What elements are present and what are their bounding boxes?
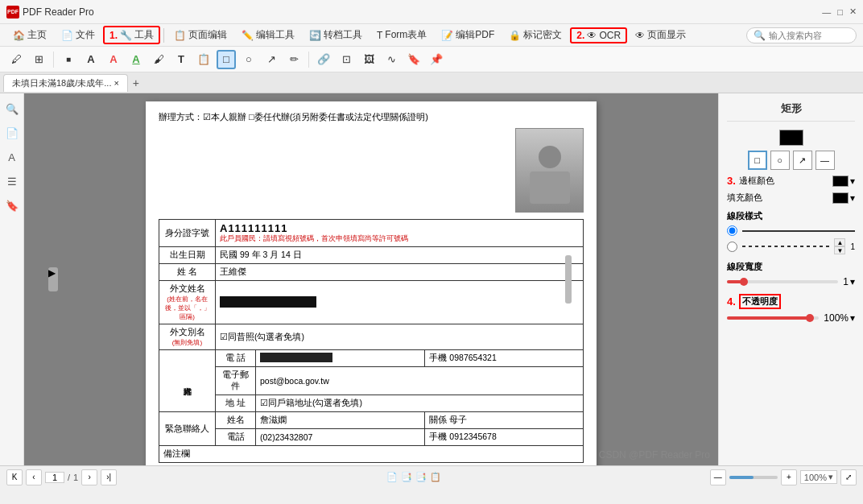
sidebar-bookmark-icon[interactable]: 🔖 [3, 196, 21, 214]
font-a1-button[interactable]: A [81, 50, 101, 69]
zoom-value-control[interactable]: 100% ▾ [800, 470, 837, 484]
zoom-out-button[interactable]: — [710, 469, 726, 485]
menu-edit-pdf[interactable]: 📝 编辑PDF [435, 26, 501, 44]
page-tool-4[interactable]: 📋 [430, 472, 441, 482]
opacity-slider-track[interactable] [727, 316, 819, 320]
tab-document[interactable]: 未填日未滿18歲/未成年... × [3, 74, 128, 92]
dash-up[interactable]: ▲ [834, 238, 845, 246]
pen-tool-button[interactable]: 🖊 [6, 50, 26, 69]
sidebar-search-icon[interactable]: 🔍 [3, 100, 21, 118]
brush-button[interactable]: 🖌 [149, 50, 168, 69]
fill-color-control[interactable]: ▾ [832, 192, 855, 204]
page-tool-1[interactable]: 📄 [386, 472, 398, 482]
pin-button[interactable]: 📌 [427, 50, 446, 69]
dob-label: 出生日期 [159, 247, 216, 264]
border-color-swatch[interactable] [832, 176, 849, 187]
color-swatch[interactable] [779, 130, 803, 146]
arrow-shape-button[interactable]: ↗ [793, 151, 812, 170]
app-logo: PDF [6, 6, 19, 19]
fill-color-swatch[interactable] [832, 192, 849, 204]
scroll-handle-right[interactable] [565, 255, 572, 304]
ephone-label: 電話 [216, 429, 256, 446]
step1-label: 1. [109, 30, 118, 41]
menu-page-edit[interactable]: 📋 页面编辑 [167, 26, 233, 44]
border-color-control[interactable]: ▾ [832, 176, 855, 187]
bookmark-button[interactable]: 🔖 [404, 50, 423, 69]
menu-edit-tools[interactable]: ✏️ 编辑工具 [235, 26, 301, 44]
dash-stepper[interactable]: ▲ ▼ [834, 238, 845, 254]
fill-color-dropdown[interactable]: ▾ [850, 192, 855, 204]
line-width-value: 1 [843, 276, 849, 287]
menu-ocr[interactable]: 2. 👁 OCR [570, 27, 627, 43]
line-width-dropdown[interactable]: ▾ [850, 276, 855, 287]
page-tool-2[interactable]: 📑 [401, 472, 412, 482]
opacity-dropdown[interactable]: ▾ [850, 312, 855, 324]
page-tool-3[interactable]: 📑 [415, 472, 427, 482]
zoom-dropdown[interactable]: ▾ [828, 472, 833, 482]
menu-convert[interactable]: 🔄 转档工具 [303, 26, 369, 44]
toolbar: 🖊 ⊞ ■ A A A 🖌 T 📋 □ ○ ↗ ✏ 🔗 ⊡ 🖼 ∿ 🔖 📌 [0, 47, 863, 72]
search-input[interactable] [769, 31, 849, 40]
page-input[interactable] [45, 472, 64, 483]
line-width-control[interactable]: 1 ▾ [843, 276, 855, 287]
link-button[interactable]: 🔗 [314, 50, 333, 69]
line-shape-button[interactable]: — [816, 151, 835, 170]
address-label: 地 址 [216, 395, 256, 412]
width-slider-thumb[interactable] [740, 278, 748, 286]
zoom-slider[interactable] [729, 476, 778, 479]
border-color-dropdown[interactable]: ▾ [850, 176, 855, 187]
fill-black-button[interactable]: ■ [59, 50, 78, 69]
solid-radio[interactable] [727, 225, 737, 236]
grid-button[interactable]: ⊞ [29, 50, 48, 69]
minimize-button[interactable]: — [822, 7, 831, 17]
nav-first-button[interactable]: K [6, 469, 23, 485]
maximize-button[interactable]: □ [837, 7, 843, 17]
pencil-button[interactable]: ✏ [284, 50, 303, 69]
fullscreen-button[interactable]: ⤢ [840, 469, 857, 485]
area-button[interactable]: ⊡ [337, 50, 356, 69]
dash-down[interactable]: ▼ [834, 246, 845, 254]
menu-page-view[interactable]: 👁 页面显示 [629, 26, 692, 44]
dashed-line-option[interactable]: ▲ ▼ 1 [727, 238, 855, 254]
zoom-in-button[interactable]: + [781, 469, 797, 485]
text-button[interactable]: T [171, 50, 191, 69]
dashed-line-preview [742, 246, 829, 247]
tab-add-button[interactable]: + [128, 75, 144, 91]
nav-prev-button[interactable]: ‹ [26, 469, 42, 485]
sidebar-list-icon[interactable]: ☰ [3, 172, 21, 190]
search-bar[interactable]: 🔍 [746, 27, 857, 43]
table-row: 電話 (02)23432807 手機 0912345678 [159, 429, 584, 446]
wave-button[interactable]: ∿ [382, 50, 401, 69]
menu-home[interactable]: 🏠 主页 [6, 26, 53, 44]
rectangle-button[interactable]: □ [217, 50, 236, 69]
menu-form[interactable]: T Form表单 [370, 26, 433, 44]
ellipse-shape-button[interactable]: ○ [770, 151, 790, 170]
title-bar-left: PDF PDF Reader Pro [6, 6, 94, 19]
close-button[interactable]: ✕ [849, 6, 857, 17]
solid-line-option[interactable] [727, 225, 855, 236]
phone-label: 電 話 [216, 350, 256, 367]
nav-last-button[interactable]: ›| [101, 469, 117, 485]
clipboard-button[interactable]: 📋 [194, 50, 213, 69]
scroll-handle-left[interactable]: ▶ [48, 267, 58, 291]
arrow-button[interactable]: ↗ [262, 50, 281, 69]
page-navigation: K ‹ / 1 › ›| [6, 469, 117, 485]
rect-shape-button[interactable]: □ [748, 151, 767, 170]
menu-file[interactable]: 📄 文件 [55, 26, 101, 44]
nav-next-button[interactable]: › [81, 469, 97, 485]
sidebar-text-icon[interactable]: A [3, 148, 21, 166]
border-color-row: 3. 邊框顏色 ▾ [727, 175, 855, 187]
menu-tools[interactable]: 1. 🔧 工具 [103, 26, 160, 44]
table-row: 電子郵件 post@boca.gov.tw [159, 367, 584, 395]
menu-redact[interactable]: 🔒 标记密文 [502, 26, 568, 44]
ellipse-button[interactable]: ○ [239, 50, 258, 69]
font-a2-button[interactable]: A [104, 50, 123, 69]
image-button[interactable]: 🖼 [359, 50, 378, 69]
width-slider-track[interactable] [727, 280, 838, 283]
opacity-slider-thumb[interactable] [806, 314, 814, 322]
window-buttons[interactable]: — □ ✕ [822, 6, 857, 17]
dashed-radio[interactable] [727, 242, 737, 252]
sidebar-page-icon[interactable]: 📄 [3, 124, 21, 142]
opacity-control[interactable]: 100% ▾ [824, 312, 855, 324]
font-a3-button[interactable]: A [126, 50, 146, 69]
